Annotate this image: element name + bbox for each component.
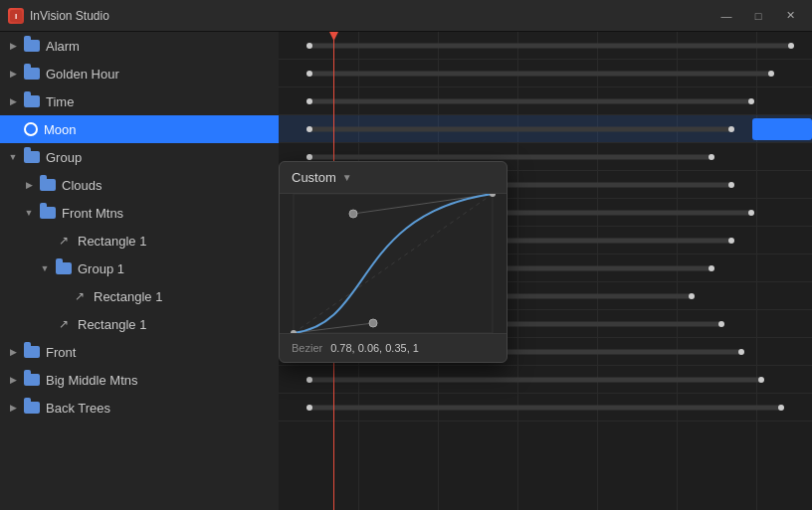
layer-item-big-middle-mtns[interactable]: Big Middle Mtns (0, 366, 279, 394)
curve-icon: ↗ (56, 234, 72, 248)
svg-point-9 (369, 319, 377, 327)
layer-item-clouds[interactable]: Clouds (0, 171, 279, 199)
folder-icon (24, 346, 40, 358)
layer-item-front[interactable]: Front (0, 338, 279, 366)
kf-dot (709, 265, 714, 271)
kf-dot (306, 405, 312, 411)
curve-icon: ↗ (56, 317, 72, 331)
layer-item-front-mtns[interactable]: Front Mtns (0, 199, 279, 227)
kf-dot (788, 43, 794, 49)
kf-dot (748, 98, 754, 104)
folder-icon (40, 179, 56, 191)
layer-name: Clouds (62, 178, 271, 193)
kf-bar (308, 71, 772, 76)
kf-dot (306, 43, 312, 49)
expand-arrow[interactable] (8, 152, 18, 162)
kf-dot (709, 154, 714, 160)
layer-name: Big Middle Mtns (46, 373, 271, 388)
layer-item-time[interactable]: Time (0, 87, 279, 115)
expand-arrow[interactable] (24, 180, 34, 190)
kf-dot (306, 126, 312, 132)
layer-item-group[interactable]: Group (0, 143, 279, 171)
expand-arrow[interactable] (8, 69, 18, 79)
easing-type-label: Bezier (292, 342, 322, 354)
layer-name: Front Mtns (62, 206, 271, 221)
expand-arrow[interactable] (8, 96, 18, 106)
expand-arrow[interactable] (8, 375, 18, 385)
kf-dot (728, 182, 734, 188)
layer-item-alarm[interactable]: Alarm (0, 32, 279, 60)
layer-name: Rectangle 1 (94, 289, 271, 304)
layer-name: Group 1 (78, 261, 271, 276)
kf-bar (308, 126, 732, 131)
main-area: Alarm Golden Hour Time Moon Group (0, 32, 812, 510)
layer-name: Alarm (46, 39, 271, 54)
track-row-alarm (279, 32, 812, 60)
layer-item-back-trees[interactable]: Back Trees (0, 394, 279, 422)
easing-footer: Bezier 0.78, 0.06, 0.35, 1 (280, 333, 507, 362)
folder-icon (56, 262, 72, 274)
easing-popup: Custom ▼ (279, 161, 508, 363)
timeline-area: Custom ▼ (279, 32, 812, 510)
kf-dot (738, 349, 744, 355)
folder-icon (24, 95, 40, 107)
titlebar: I InVision Studio — □ ✕ (0, 0, 812, 32)
layer-item-rect1-b[interactable]: ↗ Rectangle 1 (0, 282, 279, 310)
kf-dot (748, 210, 754, 216)
track-row-back-trees (279, 394, 812, 422)
window-controls: — □ ✕ (712, 5, 804, 27)
svg-text:I: I (15, 12, 17, 21)
layer-name: Time (46, 94, 271, 109)
easing-canvas (280, 194, 507, 333)
layer-name: Back Trees (46, 401, 271, 416)
expand-arrow[interactable] (8, 347, 18, 357)
layer-name: Rectangle 1 (78, 317, 271, 332)
easing-header: Custom ▼ (280, 162, 507, 194)
expand-arrow[interactable] (24, 208, 34, 218)
blue-action-button[interactable] (752, 118, 812, 140)
curve-icon: ↗ (72, 289, 88, 303)
layer-item-rect1-a[interactable]: ↗ Rectangle 1 (0, 227, 279, 255)
folder-icon (24, 151, 40, 163)
minimize-button[interactable]: — (712, 5, 740, 27)
dropdown-arrow-icon[interactable]: ▼ (342, 172, 352, 183)
kf-bar (308, 405, 782, 410)
kf-dot (768, 71, 774, 77)
kf-dot (306, 154, 312, 160)
kf-dot (718, 321, 724, 327)
layers-panel: Alarm Golden Hour Time Moon Group (0, 32, 279, 510)
layer-item-moon[interactable]: Moon (0, 115, 279, 143)
layer-name: Golden Hour (46, 67, 271, 82)
track-row-moon (279, 115, 812, 143)
expand-arrow[interactable] (8, 41, 18, 51)
expand-arrow[interactable] (8, 403, 18, 413)
easing-values: 0.78, 0.06, 0.35, 1 (330, 342, 419, 354)
kf-dot (728, 238, 734, 244)
svg-line-6 (294, 194, 493, 333)
folder-icon (24, 68, 40, 80)
easing-title: Custom (292, 170, 336, 185)
close-button[interactable]: ✕ (776, 5, 804, 27)
kf-dot (778, 405, 784, 411)
folder-icon (24, 402, 40, 414)
maximize-button[interactable]: □ (744, 5, 772, 27)
app-title: InVision Studio (30, 9, 109, 23)
titlebar-left: I InVision Studio (8, 8, 109, 24)
folder-icon (24, 374, 40, 386)
svg-point-10 (349, 210, 357, 218)
app-icon: I (8, 8, 24, 24)
svg-point-12 (490, 194, 496, 197)
expand-arrow[interactable] (40, 263, 50, 273)
track-row-golden-hour (279, 60, 812, 87)
layer-item-golden-hour[interactable]: Golden Hour (0, 60, 279, 87)
kf-bar (308, 43, 792, 48)
folder-icon (40, 207, 56, 219)
kf-dot (306, 71, 312, 77)
circle-icon (24, 122, 38, 136)
kf-bar (308, 377, 762, 382)
kf-dot (689, 293, 695, 299)
kf-dot (306, 98, 312, 104)
layer-item-group1[interactable]: Group 1 (0, 255, 279, 282)
layer-item-rect1-c[interactable]: ↗ Rectangle 1 (0, 310, 279, 338)
layer-name: Rectangle 1 (78, 234, 271, 249)
